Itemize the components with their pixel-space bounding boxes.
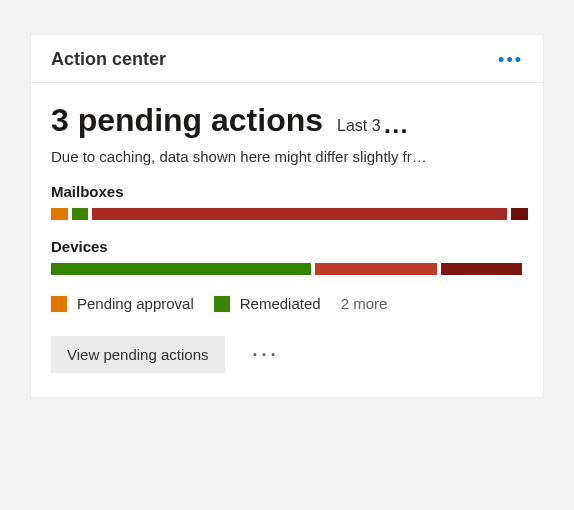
title-row: 3 pending actions Last 3 …: [51, 103, 523, 138]
bar-segment: [511, 208, 528, 220]
time-range: Last 3 …: [337, 116, 409, 135]
card-body: 3 pending actions Last 3 … Due to cachin…: [31, 83, 543, 397]
devices-label: Devices: [51, 238, 523, 255]
devices-bar: [51, 263, 523, 275]
mailboxes-bar: [51, 208, 523, 220]
bar-segment: [92, 208, 507, 220]
ellipsis-icon: …: [383, 118, 409, 131]
card-title: Action center: [51, 49, 166, 70]
view-pending-actions-button[interactable]: View pending actions: [51, 336, 225, 373]
legend: Pending approval Remediated 2 more: [51, 295, 523, 312]
bar-segment: [72, 208, 89, 220]
bar-segment: [441, 263, 521, 275]
time-range-label: Last 3: [337, 117, 381, 135]
legend-label-remediated: Remediated: [240, 295, 321, 312]
action-center-card: Action center ••• 3 pending actions Last…: [30, 34, 544, 398]
footer-more-icon[interactable]: ···: [253, 346, 280, 364]
legend-more[interactable]: 2 more: [341, 295, 388, 312]
footer-row: View pending actions ···: [51, 336, 523, 373]
legend-item-remediated: Remediated: [214, 295, 321, 312]
card-more-icon[interactable]: •••: [498, 51, 523, 69]
bar-segment: [51, 208, 68, 220]
bar-segment: [315, 263, 438, 275]
pending-actions-title: 3 pending actions: [51, 103, 323, 138]
caching-caption: Due to caching, data shown here might di…: [51, 148, 523, 165]
card-header: Action center •••: [31, 35, 543, 83]
legend-item-pending-approval: Pending approval: [51, 295, 194, 312]
mailboxes-label: Mailboxes: [51, 183, 523, 200]
swatch-remediated: [214, 296, 230, 312]
bar-segment: [51, 263, 311, 275]
swatch-pending-approval: [51, 296, 67, 312]
legend-label-pending-approval: Pending approval: [77, 295, 194, 312]
